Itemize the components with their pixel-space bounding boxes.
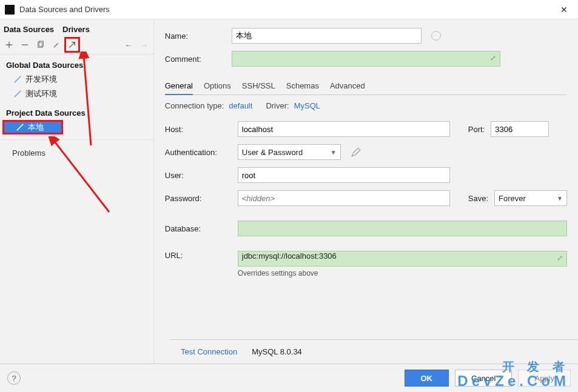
tab-schemas[interactable]: Schemas	[286, 78, 319, 95]
tab-advanced[interactable]: Advanced	[330, 78, 365, 95]
sidebar: Data Sources Drivers ← → Global Data Sou…	[0, 19, 154, 364]
chevron-down-icon: ▼	[557, 195, 563, 202]
sidebar-toolbar: ← →	[0, 36, 153, 55]
user-input[interactable]	[238, 167, 450, 183]
database-input[interactable]	[238, 221, 567, 236]
content-panel: Name: Comment: ⤢ General Options SSH/SSL…	[154, 19, 578, 364]
datasource-icon	[13, 90, 22, 98]
driver-link[interactable]: MySQL	[294, 101, 320, 110]
host-label: Host:	[165, 125, 232, 134]
database-label: Database:	[165, 224, 232, 233]
copy-icon[interactable]	[35, 39, 46, 50]
chevron-down-icon: ▼	[331, 149, 337, 156]
tab-general[interactable]: General	[165, 78, 193, 95]
name-input[interactable]	[232, 28, 422, 44]
save-select[interactable]: Forever▼	[494, 190, 567, 206]
password-input[interactable]	[238, 190, 450, 206]
comment-label: Comment:	[165, 55, 226, 64]
heading-project: Project Data Sources	[0, 106, 153, 120]
remove-icon[interactable]	[19, 39, 30, 50]
url-hint: Overrides settings above	[238, 269, 567, 277]
forward-icon[interactable]: →	[139, 39, 150, 50]
url-input[interactable]: jdbc:mysql://localhost:3306⤢	[238, 251, 567, 267]
tree-item[interactable]: 测试环境	[0, 87, 153, 101]
bottom-bar: Test Connection MySQL 8.0.34	[170, 339, 578, 364]
apply-button[interactable]: Apply	[518, 370, 571, 387]
tab-drivers[interactable]: Drivers	[62, 23, 90, 36]
footer: ? OK Cancel Apply	[0, 364, 578, 392]
datasource-icon	[13, 75, 22, 84]
name-label: Name:	[165, 32, 226, 41]
url-label: URL:	[165, 251, 232, 260]
detail-tabs: General Options SSH/SSL Schemas Advanced	[165, 78, 567, 95]
close-icon[interactable]: ✕	[555, 5, 573, 15]
host-input[interactable]	[238, 121, 450, 137]
make-global-icon[interactable]	[67, 39, 78, 50]
help-icon[interactable]: ?	[7, 371, 21, 385]
tree-item-selected[interactable]: 本地	[2, 120, 63, 135]
auth-label: Authentication:	[165, 148, 232, 157]
add-icon[interactable]	[4, 39, 15, 50]
port-input[interactable]	[491, 121, 549, 137]
app-logo-icon	[5, 5, 15, 15]
back-icon[interactable]: ←	[123, 39, 134, 50]
expand-icon[interactable]: ⤢	[490, 54, 496, 62]
driver-label: Driver:	[266, 101, 289, 110]
titlebar: Data Sources and Drivers ✕	[0, 0, 578, 19]
tab-data-sources[interactable]: Data Sources	[4, 23, 54, 36]
tree-item-label: 开发环境	[25, 74, 57, 85]
sidebar-tabs: Data Sources Drivers	[0, 19, 153, 36]
tree-item[interactable]: 开发环境	[0, 72, 153, 87]
connection-type-label: Connection type:	[165, 101, 224, 110]
tree-item-label: 本地	[28, 122, 44, 133]
heading-global: Global Data Sources	[0, 58, 153, 72]
datasource-icon	[16, 123, 24, 131]
wrench-icon[interactable]	[51, 39, 62, 50]
save-label: Save:	[468, 194, 488, 203]
password-label: Password:	[165, 194, 232, 203]
comment-input[interactable]: ⤢	[232, 51, 500, 67]
auth-select[interactable]: User & Password▼	[238, 144, 341, 160]
port-label: Port:	[468, 125, 485, 134]
ok-button[interactable]: OK	[405, 370, 449, 387]
user-label: User:	[165, 171, 232, 180]
reset-icon[interactable]	[431, 31, 441, 41]
tab-options[interactable]: Options	[204, 78, 231, 95]
cancel-button[interactable]: Cancel	[455, 370, 512, 387]
driver-version: MySQL 8.0.34	[252, 347, 302, 356]
sidebar-tree: Global Data Sources 开发环境 测试环境 Project Da…	[0, 55, 153, 158]
expand-icon[interactable]: ⤢	[557, 254, 563, 262]
tab-sshssl[interactable]: SSH/SSL	[242, 78, 275, 95]
tree-item-label: 测试环境	[25, 88, 57, 99]
connection-type-link[interactable]: default	[229, 101, 252, 110]
sidebar-problems[interactable]: Problems	[0, 145, 153, 158]
window-title: Data Sources and Drivers	[19, 5, 555, 14]
test-connection-link[interactable]: Test Connection	[181, 347, 237, 356]
edit-icon[interactable]	[351, 147, 361, 158]
